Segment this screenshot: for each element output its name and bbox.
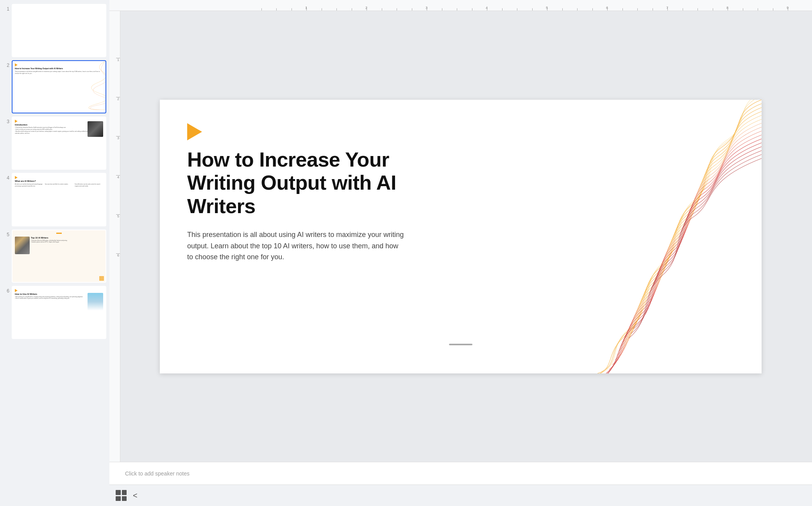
wave-decoration [566, 100, 762, 373]
grid-view-button[interactable] [116, 490, 127, 501]
slide-subtitle: This presentation is all about using AI … [187, 229, 406, 263]
thumb5-title: Top 10 AI Writers [31, 237, 103, 239]
slide-content: How to Increase Your Writing Output with… [160, 100, 472, 287]
slide-canvas-area[interactable]: How to Increase Your Writing Output with… [109, 11, 812, 462]
slide-thumbnail-6[interactable]: How to Use AI Writers • Best practices f… [12, 286, 106, 339]
slide-thumb-wrapper-1: 1 [3, 4, 106, 57]
slide-panel: 1 2 How to Increase Your Writing Output … [0, 0, 109, 506]
slide-thumbnail-4[interactable]: What are AI Writers? AI writers use mach… [12, 173, 106, 226]
slide-number-6: 6 [3, 288, 9, 294]
slide-number-4: 4 [3, 175, 9, 181]
slide-canvas: How to Increase Your Writing Output with… [160, 100, 762, 373]
slide-thumb-wrapper-2: 2 How to Increase Your Writing Output wi… [3, 60, 106, 113]
slide-thumb-wrapper-3: 3 Introduction • Presented by Samantha B… [3, 117, 106, 170]
main-area: 123456789 123456 [109, 0, 812, 506]
thumb4-title: What are AI Writers? [15, 180, 103, 182]
slide-thumbnail-3[interactable]: Introduction • Presented by Samantha Bra… [12, 117, 106, 170]
ruler-marks: 123456789 [234, 0, 812, 11]
grid-cell-4 [122, 496, 127, 501]
grid-cell-2 [122, 490, 127, 495]
canvas-container: 123456 [109, 11, 812, 462]
page-indicator [449, 344, 472, 345]
ruler-top: 123456789 [109, 0, 812, 11]
grid-cell-1 [116, 490, 121, 495]
slide-number-1: 1 [3, 6, 9, 12]
slide-number-5: 5 [3, 232, 9, 237]
slide-number-2: 2 [3, 63, 9, 68]
slide-number-3: 3 [3, 119, 9, 124]
grid-cell-3 [116, 496, 121, 501]
slide-title: How to Increase Your Writing Output with… [187, 148, 445, 218]
bottom-bar: < [109, 484, 812, 506]
slide-thumb-wrapper-4: 4 What are AI Writers? AI writers use ma… [3, 173, 106, 226]
play-icon [187, 123, 202, 140]
back-button[interactable]: < [130, 490, 141, 502]
thumb6-title: How to Use AI Writers [15, 293, 86, 295]
slide-thumb-wrapper-5: 5 Top 10 AI Writers • Overview of the to… [3, 230, 106, 283]
slide-thumbnail-1[interactable] [12, 4, 106, 57]
slide-thumbnail-5[interactable]: Top 10 AI Writers • Overview of the top … [12, 230, 106, 283]
slide-thumbnail-2[interactable]: How to Increase Your Writing Output with… [12, 60, 106, 113]
notes-placeholder: Click to add speaker notes [125, 470, 190, 477]
bottom-left: < [116, 490, 141, 502]
notes-area[interactable]: Click to add speaker notes [109, 462, 812, 484]
slide-thumb-wrapper-6: 6 How to Use AI Writers • Best practices… [3, 286, 106, 339]
